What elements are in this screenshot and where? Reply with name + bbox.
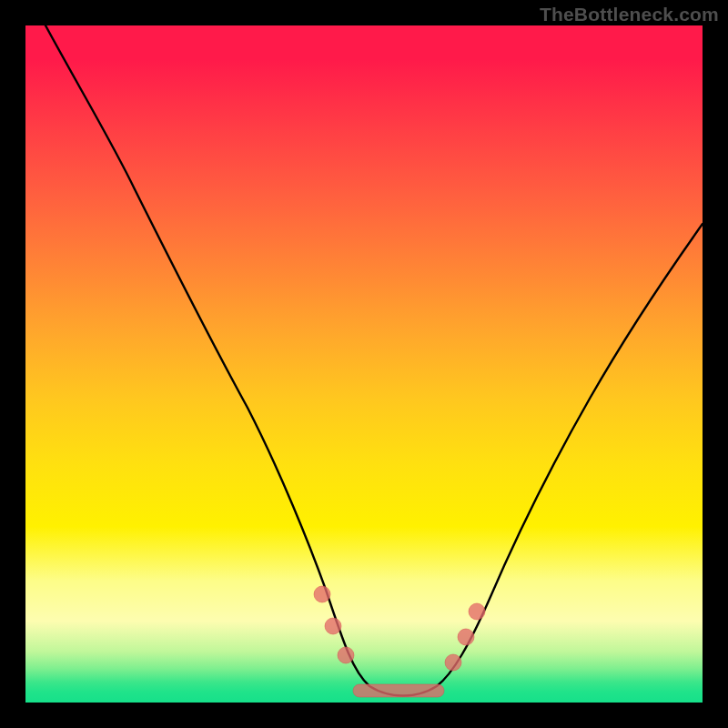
curve-layer: [25, 25, 703, 703]
chart-stage: TheBottleneck.com: [0, 0, 728, 728]
valley-bottom-bar: [353, 684, 444, 697]
watermark-text: TheBottleneck.com: [540, 4, 719, 25]
bottleneck-curve: [46, 25, 703, 696]
valley-marker: [325, 618, 341, 634]
valley-marker: [469, 603, 485, 620]
valley-marker: [338, 647, 354, 663]
plot-area: [25, 25, 703, 703]
valley-marker: [458, 629, 474, 645]
valley-marker: [314, 586, 330, 602]
valley-marker: [445, 654, 461, 671]
